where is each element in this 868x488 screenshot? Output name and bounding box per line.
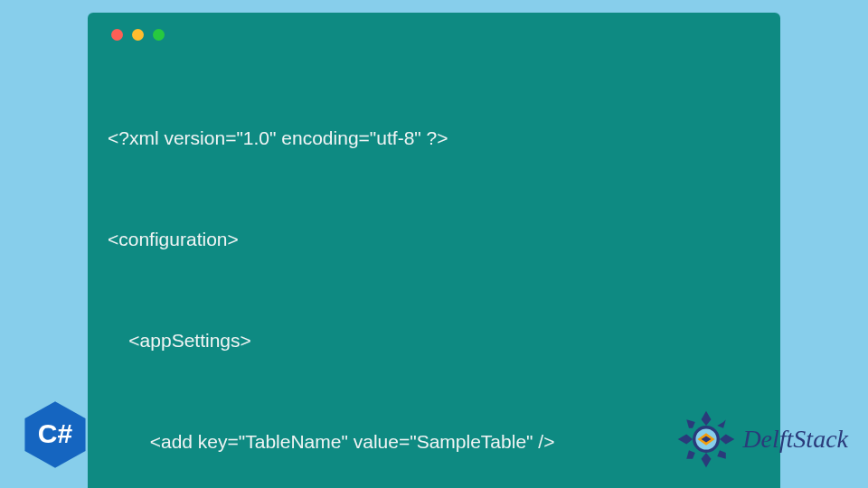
code-line: <appSettings> (108, 324, 760, 357)
ornament-icon (675, 408, 737, 470)
code-block: <?xml version="1.0" encoding="utf-8" ?> … (108, 53, 760, 488)
csharp-badge: C# (20, 399, 90, 470)
maximize-icon (153, 29, 165, 41)
hexagon-icon: C# (20, 399, 90, 470)
code-line: <add key="TableName" value="SampleTable"… (108, 425, 760, 458)
brand-name: DelftStack (742, 425, 848, 454)
window-traffic-lights (111, 29, 760, 41)
code-line: <configuration> (108, 222, 760, 256)
close-icon (111, 29, 123, 41)
csharp-label: C# (38, 418, 72, 449)
delftstack-logo: DelftStack (675, 408, 848, 470)
code-line: <?xml version="1.0" encoding="utf-8" ?> (108, 121, 760, 155)
minimize-icon (132, 29, 144, 41)
